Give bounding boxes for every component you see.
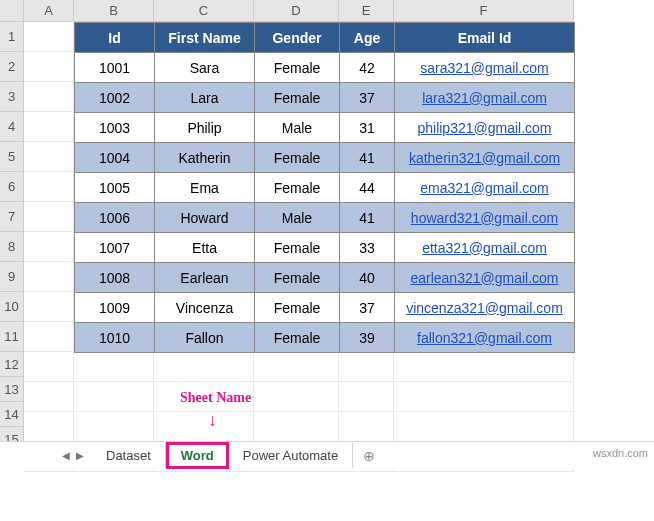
row-header-1[interactable]: 1: [0, 22, 24, 52]
th-email[interactable]: Email Id: [395, 23, 575, 53]
cell-id[interactable]: 1009: [75, 293, 155, 323]
email-link[interactable]: fallon321@gmail.com: [417, 330, 552, 346]
cell-gender[interactable]: Female: [255, 323, 340, 353]
row-header-2[interactable]: 2: [0, 52, 24, 82]
tab-dataset[interactable]: Dataset: [92, 443, 166, 468]
cell-gender[interactable]: Female: [255, 173, 340, 203]
row-header-4[interactable]: 4: [0, 112, 24, 142]
cell-email[interactable]: katherin321@gmail.com: [395, 143, 575, 173]
cell-id[interactable]: 1002: [75, 83, 155, 113]
email-link[interactable]: howard321@gmail.com: [411, 210, 558, 226]
cell-email[interactable]: vincenza321@gmail.com: [395, 293, 575, 323]
row-header-11[interactable]: 11: [0, 322, 24, 352]
cell-gender[interactable]: Male: [255, 203, 340, 233]
cell-first[interactable]: Ema: [155, 173, 255, 203]
cell-gender[interactable]: Female: [255, 53, 340, 83]
cell-first[interactable]: Philip: [155, 113, 255, 143]
cell-age[interactable]: 44: [340, 173, 395, 203]
select-all-corner[interactable]: [0, 0, 24, 22]
cell-email[interactable]: sara321@gmail.com: [395, 53, 575, 83]
email-link[interactable]: etta321@gmail.com: [422, 240, 547, 256]
row-header-9[interactable]: 9: [0, 262, 24, 292]
add-sheet-button[interactable]: ⊕: [353, 444, 385, 468]
cell-email[interactable]: fallon321@gmail.com: [395, 323, 575, 353]
cell-first[interactable]: Fallon: [155, 323, 255, 353]
cell-age[interactable]: 31: [340, 113, 395, 143]
row-header-10[interactable]: 10: [0, 292, 24, 322]
row-header-12[interactable]: 12: [0, 352, 24, 377]
row-header-5[interactable]: 5: [0, 142, 24, 172]
cell-first[interactable]: Vincenza: [155, 293, 255, 323]
cell-email[interactable]: philip321@gmail.com: [395, 113, 575, 143]
cell-gender[interactable]: Male: [255, 113, 340, 143]
spreadsheet-grid: 123456789101112131415 ABCDEF Id First Na…: [0, 0, 654, 452]
cell-id[interactable]: 1007: [75, 233, 155, 263]
cell-first[interactable]: Etta: [155, 233, 255, 263]
cell-first[interactable]: Katherin: [155, 143, 255, 173]
cell-email[interactable]: etta321@gmail.com: [395, 233, 575, 263]
cell-email[interactable]: howard321@gmail.com: [395, 203, 575, 233]
row-header-14[interactable]: 14: [0, 402, 24, 427]
email-link[interactable]: philip321@gmail.com: [417, 120, 551, 136]
cell-age[interactable]: 37: [340, 293, 395, 323]
cell-age[interactable]: 41: [340, 143, 395, 173]
cell-first[interactable]: Lara: [155, 83, 255, 113]
cell-age[interactable]: 37: [340, 83, 395, 113]
cell-gender[interactable]: Female: [255, 233, 340, 263]
cell-age[interactable]: 42: [340, 53, 395, 83]
cell-email[interactable]: lara321@gmail.com: [395, 83, 575, 113]
cell-gender[interactable]: Female: [255, 293, 340, 323]
cell-id[interactable]: 1004: [75, 143, 155, 173]
th-age[interactable]: Age: [340, 23, 395, 53]
email-link[interactable]: vincenza321@gmail.com: [406, 300, 563, 316]
cell-email[interactable]: earlean321@gmail.com: [395, 263, 575, 293]
cell-gender[interactable]: Female: [255, 83, 340, 113]
cell-age[interactable]: 40: [340, 263, 395, 293]
cell-id[interactable]: 1003: [75, 113, 155, 143]
email-link[interactable]: ema321@gmail.com: [420, 180, 549, 196]
cell-age[interactable]: 33: [340, 233, 395, 263]
cell-first[interactable]: Howard: [155, 203, 255, 233]
table-row: 1005EmaFemale44ema321@gmail.com: [75, 173, 575, 203]
table-body: 1001SaraFemale42sara321@gmail.com1002Lar…: [75, 53, 575, 353]
row-header-13[interactable]: 13: [0, 377, 24, 402]
cell-age[interactable]: 41: [340, 203, 395, 233]
cell-id[interactable]: 1010: [75, 323, 155, 353]
cell-id[interactable]: 1001: [75, 53, 155, 83]
col-header-e[interactable]: E: [339, 0, 394, 22]
row-headers: 123456789101112131415: [0, 22, 24, 452]
row-header-6[interactable]: 6: [0, 172, 24, 202]
left-column: 123456789101112131415: [0, 0, 24, 451]
cell-email[interactable]: ema321@gmail.com: [395, 173, 575, 203]
email-link[interactable]: sara321@gmail.com: [420, 60, 549, 76]
col-header-c[interactable]: C: [154, 0, 254, 22]
cell-first[interactable]: Earlean: [155, 263, 255, 293]
col-header-a[interactable]: A: [24, 0, 74, 22]
th-gender[interactable]: Gender: [255, 23, 340, 53]
cell-age[interactable]: 39: [340, 323, 395, 353]
tab-word[interactable]: Word: [166, 442, 229, 469]
cell-first[interactable]: Sara: [155, 53, 255, 83]
th-id[interactable]: Id: [75, 23, 155, 53]
tab-nav-next-icon[interactable]: ▶: [76, 450, 84, 461]
cell-gender[interactable]: Female: [255, 143, 340, 173]
email-link[interactable]: earlean321@gmail.com: [410, 270, 558, 286]
cell-gender[interactable]: Female: [255, 263, 340, 293]
cell-id[interactable]: 1008: [75, 263, 155, 293]
th-first[interactable]: First Name: [155, 23, 255, 53]
cell-id[interactable]: 1006: [75, 203, 155, 233]
table-row: 1008EarleanFemale40earlean321@gmail.com: [75, 263, 575, 293]
tab-nav-prev-icon[interactable]: ◀: [62, 450, 70, 461]
cell-id[interactable]: 1005: [75, 173, 155, 203]
col-header-b[interactable]: B: [74, 0, 154, 22]
row-header-7[interactable]: 7: [0, 202, 24, 232]
col-header-d[interactable]: D: [254, 0, 339, 22]
tab-power-automate[interactable]: Power Automate: [229, 443, 353, 468]
email-link[interactable]: katherin321@gmail.com: [409, 150, 560, 166]
tab-nav-buttons[interactable]: ◀ ▶: [0, 450, 92, 461]
row-header-8[interactable]: 8: [0, 232, 24, 262]
email-link[interactable]: lara321@gmail.com: [422, 90, 547, 106]
row-header-3[interactable]: 3: [0, 82, 24, 112]
col-header-f[interactable]: F: [394, 0, 574, 22]
watermark: wsxdn.com: [593, 447, 648, 459]
